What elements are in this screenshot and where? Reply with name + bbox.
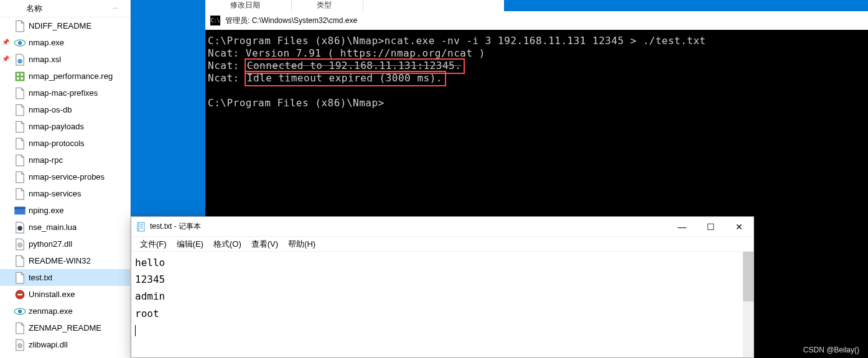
file-row[interactable]: zenmap.exe <box>0 303 130 319</box>
menu-item[interactable]: 查看(V) <box>246 237 283 251</box>
file-icon <box>14 155 26 165</box>
file-icon <box>14 189 26 199</box>
file-icon <box>14 223 26 232</box>
svg-point-16 <box>18 309 22 313</box>
scrollbar-vertical[interactable] <box>743 252 754 357</box>
notepad-line: hello <box>135 254 750 271</box>
svg-point-2 <box>17 58 22 63</box>
file-row[interactable]: nping.exe <box>0 202 130 219</box>
notepad-icon <box>136 222 146 232</box>
file-icon <box>14 323 26 333</box>
file-name: nmap.exe <box>29 38 64 47</box>
svg-rect-3 <box>16 71 25 81</box>
svg-point-10 <box>17 226 22 231</box>
file-row[interactable]: README-WIN32 <box>0 252 130 269</box>
minimize-button[interactable]: — <box>668 217 696 237</box>
sort-caret-icon: ︿ <box>113 3 119 12</box>
file-name: nmap-rpc <box>29 155 63 165</box>
menu-item[interactable]: 文件(F) <box>135 237 172 251</box>
file-icon <box>14 206 26 216</box>
file-icon <box>14 122 26 132</box>
file-row[interactable]: nse_main.lua <box>0 219 130 236</box>
notepad-line: 12345 <box>135 271 750 288</box>
maximize-button[interactable]: ☐ <box>696 217 725 237</box>
file-row[interactable]: nmap-protocols <box>0 135 130 152</box>
file-name: zenmap.exe <box>29 306 73 316</box>
tab-header-date: 修改日期 <box>205 0 292 11</box>
scrollbar-thumb[interactable] <box>743 252 754 301</box>
file-name: nmap-os-db <box>29 105 72 114</box>
file-icon <box>14 139 26 149</box>
watermark: CSDN @Beilay() <box>803 346 859 354</box>
column-header-label: 名称 <box>26 3 42 14</box>
file-row[interactable]: zlibwapi.dll <box>0 336 130 353</box>
cmd-titlebar[interactable]: C:\ 管理员: C:\Windows\System32\cmd.exe <box>205 11 868 30</box>
file-row[interactable]: 📌nmap.xsl <box>0 51 130 68</box>
file-icon <box>14 88 26 98</box>
file-row[interactable]: nmap-os-db <box>0 101 130 118</box>
file-icon <box>14 256 26 266</box>
file-icon <box>14 273 26 283</box>
svg-rect-20 <box>138 223 139 231</box>
file-row[interactable]: 📌nmap.exe <box>0 34 130 51</box>
cmd-output-prefix: Ncat: <box>208 72 246 84</box>
close-button[interactable]: ✕ <box>725 217 754 237</box>
file-name: nmap-protocols <box>29 139 85 148</box>
file-row[interactable]: test.txt <box>0 269 130 286</box>
file-row[interactable]: NDIFF_README <box>0 17 130 34</box>
file-name: nmap_performance.reg <box>29 71 113 81</box>
file-icon <box>14 290 26 300</box>
menu-item[interactable]: 编辑(E) <box>172 237 208 251</box>
file-icon <box>14 239 26 249</box>
menu-item[interactable]: 格式(O) <box>208 237 246 251</box>
file-row[interactable]: nmap-services <box>0 185 130 202</box>
file-name: nse_main.lua <box>29 223 77 232</box>
column-header-name[interactable]: 名称 ︿ <box>0 0 130 17</box>
pin-icon: 📌 <box>2 55 9 63</box>
file-name: Uninstall.exe <box>29 290 75 299</box>
file-name: ZENMAP_README <box>29 323 101 333</box>
svg-rect-6 <box>17 77 19 80</box>
notepad-line: admin <box>135 288 750 305</box>
notepad-line: root <box>135 305 750 322</box>
background-tabs: 修改日期 类型 <box>205 0 504 11</box>
file-row[interactable]: nmap-service-probes <box>0 168 130 185</box>
file-name: NDIFF_README <box>29 21 91 30</box>
file-row[interactable]: Uninstall.exe <box>0 286 130 303</box>
file-icon <box>14 306 26 316</box>
notepad-window: test.txt - 记事本 — ☐ ✕ 文件(F)编辑(E)格式(O)查看(V… <box>131 216 754 358</box>
svg-rect-7 <box>21 77 23 80</box>
file-row[interactable]: python27.dll <box>0 236 130 252</box>
svg-point-12 <box>19 244 21 246</box>
menu-item[interactable]: 帮助(H) <box>283 237 320 251</box>
cmd-highlight-connected: Connected to 192.168.11.131:12345. <box>247 60 462 71</box>
svg-rect-14 <box>17 293 22 295</box>
desktop-bluebar <box>506 0 868 11</box>
file-explorer-panel: 名称 ︿ NDIFF_README📌nmap.exe📌nmap.xslnmap_… <box>0 0 131 358</box>
file-name: nmap-payloads <box>29 122 84 131</box>
file-name: nmap.xsl <box>29 55 61 64</box>
file-row[interactable]: nmap_performance.reg <box>0 68 130 85</box>
cmd-body[interactable]: C:\Program Files (x86)\Nmap>ncat.exe -nv… <box>205 30 868 114</box>
cmd-output-line: Ncat: Version 7.91 ( https://nmap.org/nc… <box>208 47 866 60</box>
file-icon <box>14 38 26 48</box>
notepad-titlebar[interactable]: test.txt - 记事本 — ☐ ✕ <box>131 217 754 237</box>
file-icon <box>14 340 26 350</box>
file-name: zlibwapi.dll <box>29 340 68 349</box>
cmd-icon: C:\ <box>210 16 220 25</box>
notepad-body[interactable]: hello12345adminroot <box>131 252 754 357</box>
file-row[interactable]: nmap-rpc <box>0 152 130 168</box>
pin-icon: 📌 <box>2 39 9 46</box>
file-name: nping.exe <box>29 206 63 215</box>
file-row[interactable]: nmap-mac-prefixes <box>0 85 130 101</box>
file-list: NDIFF_README📌nmap.exe📌nmap.xslnmap_perfo… <box>0 17 130 353</box>
svg-rect-4 <box>17 73 19 76</box>
file-row[interactable]: ZENMAP_README <box>0 319 130 336</box>
file-name: test.txt <box>29 273 52 282</box>
file-row[interactable]: nmap-payloads <box>0 118 130 135</box>
text-cursor <box>135 325 136 336</box>
file-icon <box>14 55 26 65</box>
tab-header-type: 类型 <box>292 0 363 11</box>
file-name: python27.dll <box>29 239 72 249</box>
cmd-command: ncat.exe -nv -i 3 192.168.11.131 12345 >… <box>385 35 706 47</box>
